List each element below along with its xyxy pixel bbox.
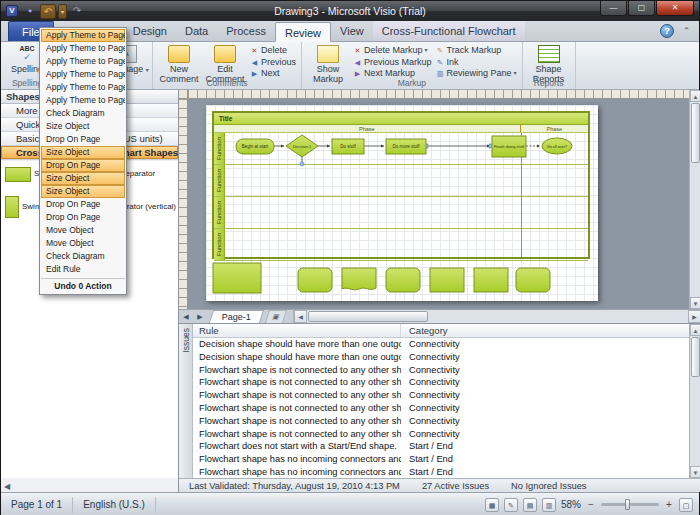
insert-page-tab-icon[interactable]: ▣	[265, 310, 287, 323]
lane-label[interactable]: Function	[214, 133, 225, 164]
ink-status-icon[interactable]: ✎	[504, 498, 518, 512]
page-nav-next-icon[interactable]: ▶	[193, 310, 207, 323]
view-normal-icon[interactable]: ▤	[523, 498, 537, 512]
track-markup-button[interactable]: ✎ Track Markup	[434, 45, 519, 57]
undo-menu-item[interactable]: Apply Theme to Page	[41, 55, 125, 68]
zoom-level[interactable]: 58%	[561, 499, 581, 510]
vertical-scrollbar[interactable]: ▲ ▼	[689, 90, 700, 309]
undo-menu-item[interactable]: Apply Theme to Page	[41, 42, 125, 55]
fit-page-icon[interactable]: ▢	[679, 498, 693, 512]
tab-design[interactable]: Design	[124, 21, 176, 41]
scroll-up-icon[interactable]: ▲	[690, 90, 700, 102]
scroll-thumb[interactable]	[691, 103, 700, 163]
issues-row[interactable]: Flowchart shape is not connected to any …	[193, 402, 689, 415]
panel-collapse-icon[interactable]: ◀	[4, 482, 10, 491]
swimlane-row[interactable]: Function	[214, 229, 588, 261]
undo-menu-item[interactable]: Apply Theme to Page	[41, 94, 125, 107]
save-icon[interactable]: ▪	[22, 4, 38, 19]
zoom-in-icon[interactable]: +	[664, 499, 674, 510]
undo-icon[interactable]: ↶	[40, 4, 56, 19]
undo-menu-item[interactable]: Size Object	[41, 172, 125, 185]
lane-label[interactable]: Function	[214, 197, 225, 228]
scroll-down-icon[interactable]: ▼	[690, 466, 700, 478]
issues-row[interactable]: Flowchart shape is not connected to any …	[193, 376, 689, 389]
macro-icon[interactable]: ▦	[485, 498, 499, 512]
loose-shape-rounded[interactable]	[298, 268, 332, 292]
tab-data[interactable]: Data	[176, 21, 217, 41]
tab-process[interactable]: Process	[217, 21, 275, 41]
undo-menu-item[interactable]: Check Diagram	[41, 250, 125, 263]
column-rule[interactable]: Rule	[193, 324, 401, 337]
ink-button[interactable]: ✎ Ink	[434, 57, 519, 69]
minimize-button[interactable]: —	[600, 1, 627, 16]
loose-shape-rounded[interactable]	[516, 268, 550, 292]
minimize-ribbon-icon[interactable]: ⌃	[680, 25, 693, 38]
horizontal-scrollbar[interactable]: ◀ ▶	[293, 310, 700, 323]
undo-menu-footer[interactable]: Undo 0 Action	[41, 278, 125, 293]
issues-row[interactable]: Decision shape should have more than one…	[193, 351, 689, 364]
drawing-page[interactable]: Title Phase Phase Function Function Func…	[206, 105, 598, 301]
issues-row[interactable]: Flowchart shape has no incoming connecto…	[193, 453, 689, 466]
undo-menu-item[interactable]: Apply Theme to Page	[41, 29, 125, 42]
phase-label[interactable]: Phase	[521, 125, 588, 132]
loose-shape-process[interactable]	[474, 268, 508, 292]
loose-shape-rounded[interactable]	[386, 268, 420, 292]
loose-shape-process[interactable]	[430, 268, 464, 292]
undo-dropdown-icon[interactable]: ▾	[58, 4, 67, 19]
issues-row[interactable]: Flowchart shape has no incoming connecto…	[193, 466, 689, 478]
issues-row[interactable]: Flowchart shape is not connected to any …	[193, 389, 689, 402]
scroll-down-icon[interactable]: ▼	[690, 297, 700, 309]
close-button[interactable]: ✕	[656, 1, 694, 16]
view-fullscreen-icon[interactable]: ▥	[542, 498, 556, 512]
scroll-thumb[interactable]	[691, 337, 700, 377]
issues-tab[interactable]: Issues	[179, 324, 193, 478]
issues-scrollbar[interactable]: ▲ ▼	[689, 324, 700, 478]
delete-comment-button[interactable]: ✕ Delete	[248, 45, 298, 57]
page-indicator[interactable]: Page 1 of 1	[1, 497, 73, 513]
issues-row[interactable]: Flowchart shape is not connected to any …	[193, 428, 689, 441]
redo-icon[interactable]: ↷	[69, 4, 85, 19]
undo-menu-item[interactable]: Check Diagram	[41, 107, 125, 120]
undo-menu-item[interactable]: Edit Rule	[41, 263, 125, 276]
scroll-right-icon[interactable]: ▶	[688, 310, 700, 323]
undo-menu-item[interactable]: Size Object	[41, 120, 125, 133]
delete-markup-button[interactable]: ✕ Delete Markup ▾	[351, 45, 434, 57]
issues-row[interactable]: Flowchart does not start with a Start/En…	[193, 440, 689, 453]
previous-comment-button[interactable]: ◀ Previous	[248, 57, 298, 69]
scroll-left-icon[interactable]: ◀	[294, 310, 307, 323]
swimlane-row[interactable]: Function	[214, 165, 588, 197]
undo-menu-item[interactable]: Size Object	[41, 146, 125, 159]
tab-review[interactable]: Review	[275, 22, 331, 42]
undo-menu-item[interactable]: Apply Theme to Page	[41, 81, 125, 94]
issues-row[interactable]: Decision shape should have more than one…	[193, 338, 689, 351]
lane-label[interactable]: Function	[214, 229, 225, 260]
undo-menu-item[interactable]: Move Object	[41, 237, 125, 250]
scroll-up-icon[interactable]: ▲	[690, 324, 700, 336]
swimlane-row[interactable]: Function	[214, 197, 588, 229]
app-icon[interactable]: V	[6, 5, 18, 17]
undo-menu-item[interactable]: Drop On Page	[41, 198, 125, 211]
loose-shape-document[interactable]	[342, 268, 376, 290]
undo-menu-item[interactable]: Move Object	[41, 224, 125, 237]
undo-menu-item[interactable]: Size Object	[41, 185, 125, 198]
issues-row[interactable]: Flowchart shape is not connected to any …	[193, 364, 689, 377]
swimlane-band[interactable]: Title Phase Phase Function Function Func…	[212, 111, 590, 259]
undo-menu-item[interactable]: Drop On Page	[41, 159, 125, 172]
zoom-slider[interactable]	[601, 503, 659, 506]
undo-menu-item[interactable]: Drop On Page	[41, 211, 125, 224]
undo-menu-item[interactable]: Drop On Page	[41, 133, 125, 146]
maximize-button[interactable]: ▢	[628, 1, 655, 16]
tab-cross-functional-flowchart[interactable]: Cross-Functional Flowchart	[373, 21, 525, 41]
previous-markup-button[interactable]: ◀ Previous Markup	[351, 57, 434, 69]
tab-view[interactable]: View	[331, 21, 373, 41]
zoom-slider-thumb[interactable]	[625, 499, 630, 510]
lane-label[interactable]: Function	[214, 165, 225, 196]
band-title[interactable]: Title	[214, 113, 588, 125]
column-category[interactable]: Category	[401, 324, 689, 337]
swimlane-row[interactable]: Function	[214, 133, 588, 165]
issues-row[interactable]: Flowchart shape is not connected to any …	[193, 415, 689, 428]
scroll-thumb[interactable]	[308, 311, 428, 322]
page-tab-page-1[interactable]: Page-1	[209, 310, 264, 323]
undo-menu-item[interactable]: Apply Theme to Page	[41, 68, 125, 81]
language-indicator[interactable]: English (U.S.)	[73, 497, 156, 513]
